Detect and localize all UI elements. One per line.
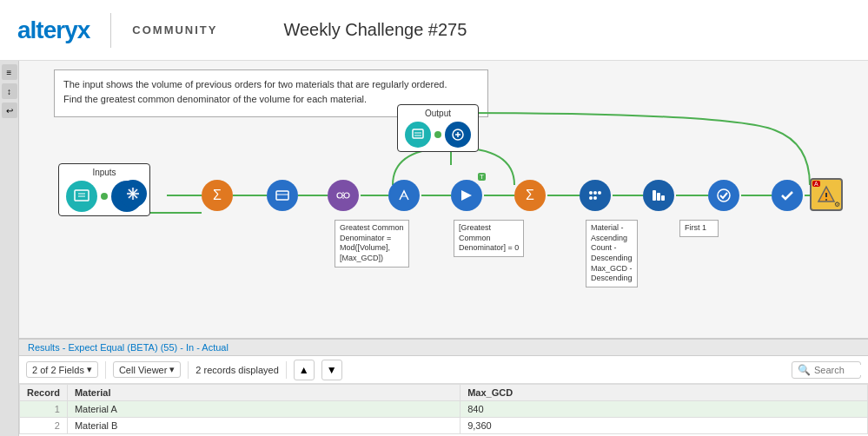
alteryx-logo: alteryx: [17, 17, 89, 44]
label-text-2: [GreatestCommonDenominator] = 0: [459, 223, 519, 252]
viewer-chevron: ▾: [169, 364, 175, 375]
connector-dot-out: [434, 131, 441, 138]
inputs-label: Inputs: [66, 168, 142, 177]
cell-material: Material A: [67, 401, 460, 418]
svg-point-36: [593, 191, 597, 195]
label-text-3: Material -AscendingCount -DescendingMax_…: [591, 223, 633, 282]
cell-maxgcd: 840: [461, 401, 868, 418]
header-divider: [110, 13, 111, 48]
sort-asc-button[interactable]: ▲: [294, 360, 315, 380]
canvas: The input shows the volume of previous o…: [19, 61, 868, 339]
search-icon: 🔍: [798, 364, 811, 376]
side-icon-1[interactable]: ≡: [2, 64, 17, 80]
cell-record: 2: [20, 418, 68, 434]
toolbar-divider-1: [105, 361, 106, 379]
sort-desc-button[interactable]: ▼: [321, 360, 342, 380]
select-tool[interactable]: [267, 180, 298, 211]
viewer-label: Cell Viewer: [119, 365, 167, 375]
svg-rect-41: [657, 193, 660, 201]
svg-point-52: [825, 199, 827, 201]
formula-tool-2[interactable]: [388, 180, 420, 211]
side-icon-3[interactable]: ↩: [2, 102, 17, 118]
filter-tool[interactable]: T: [451, 180, 482, 211]
results-table: Record Material Max_GCD 1 Material A 840…: [19, 384, 868, 434]
svg-rect-42: [661, 195, 665, 201]
cell-record: 1: [20, 401, 68, 418]
community-label: COMMUNITY: [132, 23, 217, 36]
table-row: 1 Material A 840: [20, 401, 868, 418]
description-text: The input shows the volume of previous o…: [63, 79, 447, 104]
cell-material: Material B: [67, 418, 460, 434]
table-body: 1 Material A 840 2 Material B 9,360: [20, 401, 868, 434]
fields-button[interactable]: 2 of 2 Fields ▾: [26, 361, 98, 378]
col-record: Record: [20, 385, 68, 401]
svg-rect-40: [653, 190, 656, 201]
table-area: Record Material Max_GCD 1 Material A 840…: [19, 384, 868, 436]
viewer-button[interactable]: Cell Viewer ▾: [113, 361, 181, 378]
formula-tool[interactable]: [328, 180, 359, 211]
svg-point-29: [344, 193, 349, 198]
search-input[interactable]: [814, 365, 866, 375]
output-tool-2[interactable]: [445, 122, 471, 148]
svg-point-39: [593, 196, 597, 200]
header: alteryx COMMUNITY Weekly Challenge #275: [0, 0, 868, 61]
input-tool-1[interactable]: [66, 181, 97, 212]
label-text-4: First 1: [685, 223, 706, 232]
svg-point-38: [589, 196, 593, 200]
search-box: 🔍: [792, 361, 861, 379]
output-tool-1[interactable]: [405, 122, 431, 148]
toolbar: 2 of 2 Fields ▾ Cell Viewer ▾ 2 records …: [19, 356, 868, 384]
output-label: Output: [405, 109, 471, 118]
svg-rect-15: [75, 190, 89, 201]
svg-point-43: [718, 189, 730, 201]
svg-point-28: [337, 193, 342, 198]
sort-tool[interactable]: [643, 180, 674, 211]
warning-tool[interactable]: A ⚙: [810, 178, 843, 211]
fields-label: 2 of 2 Fields: [32, 365, 84, 375]
results-check-tool[interactable]: [772, 180, 803, 211]
fields-chevron: ▾: [87, 364, 92, 375]
svg-point-37: [598, 191, 601, 195]
svg-rect-44: [413, 129, 423, 138]
label-box-1: Greatest CommonDenominator =Mod([Volume]…: [335, 220, 409, 268]
results-label[interactable]: Results - Expect Equal (BETA) (55) - In …: [28, 342, 229, 353]
toolbar-divider-2: [188, 361, 189, 379]
multirow-tool[interactable]: [580, 180, 611, 211]
cell-maxgcd: 9,360: [461, 418, 868, 434]
records-label: 2 records displayed: [195, 365, 278, 375]
side-icon-2[interactable]: ↕: [2, 83, 17, 99]
table-row: 2 Material B 9,360: [20, 418, 868, 434]
label-box-4: First 1: [679, 220, 719, 237]
summarize-tool-2[interactable]: Σ: [514, 180, 546, 211]
results-bar: Results - Expect Equal (BETA) (55) - In …: [19, 339, 868, 356]
col-material: Material: [67, 385, 460, 401]
label-text-1: Greatest CommonDenominator =Mod([Volume]…: [340, 223, 404, 262]
svg-rect-26: [276, 191, 288, 200]
sample-tool[interactable]: [708, 180, 739, 211]
toolbar-divider-3: [286, 361, 287, 379]
table-header-row: Record Material Max_GCD: [20, 385, 868, 401]
challenge-title: Weekly Challenge #275: [283, 20, 467, 40]
label-box-3: Material -AscendingCount -DescendingMax_…: [586, 220, 638, 287]
svg-point-35: [589, 191, 593, 195]
output-group: Output: [397, 104, 479, 152]
connector-dot-1: [101, 193, 108, 200]
batch-macro-tool[interactable]: [119, 180, 147, 208]
side-panel: ≡ ↕ ↩: [0, 61, 19, 436]
label-box-2: [GreatestCommonDenominator] = 0: [454, 220, 524, 257]
summarize-tool-1[interactable]: Σ: [202, 180, 233, 211]
svg-marker-34: [461, 190, 472, 201]
col-maxgcd: Max_GCD: [461, 385, 868, 401]
